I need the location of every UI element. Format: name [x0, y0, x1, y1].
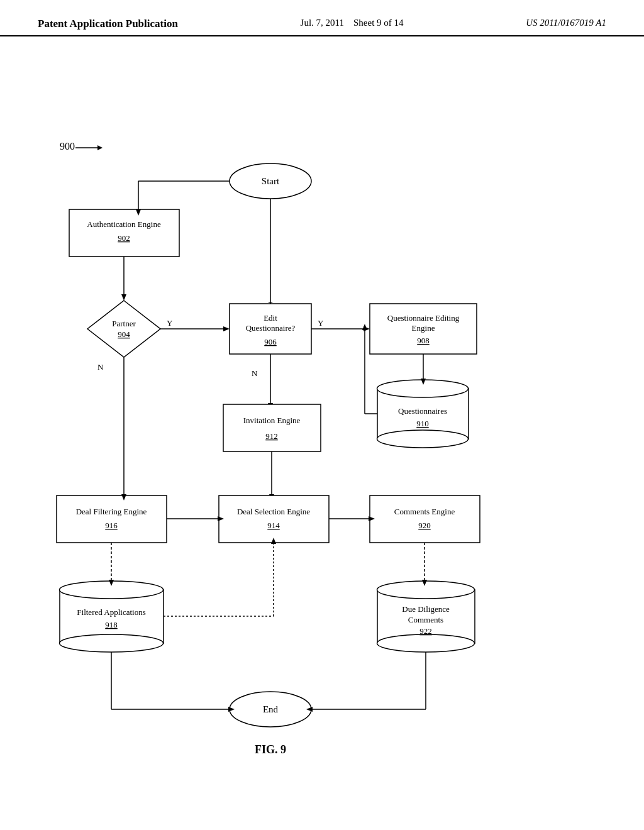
filtered-apps-label: Filtered Applications [77, 607, 145, 617]
deal-filtering-label: Deal Filtering Engine [76, 507, 147, 516]
svg-marker-28 [362, 324, 367, 330]
invitation-engine-ref: 912 [265, 431, 278, 441]
svg-marker-11 [223, 326, 230, 331]
q-editing-engine-label: Questionnaire Editing [387, 313, 460, 323]
partner-y-label: Y [167, 318, 173, 328]
page-header: Patent Application Publication Jul. 7, 2… [0, 0, 644, 36]
svg-rect-32 [57, 495, 167, 543]
svg-rect-38 [370, 495, 480, 543]
auth-engine-label: Authentication Engine [87, 219, 161, 229]
due-diligence-label2: Comments [408, 615, 443, 624]
svg-rect-29 [223, 404, 321, 451]
publication-label: Patent Application Publication [38, 18, 178, 30]
edit-q-ref: 906 [264, 337, 277, 346]
start-label: Start [262, 176, 280, 186]
due-diligence-ref: 922 [419, 626, 432, 636]
svg-rect-35 [219, 495, 329, 543]
svg-point-43 [60, 634, 164, 652]
partner-ref: 904 [118, 329, 130, 339]
date-sheet: Jul. 7, 2011 Sheet 9 of 14 [301, 18, 404, 28]
q-editing-engine-ref: 908 [417, 336, 430, 345]
flowchart-svg: 900 Start Authentication Engine 902 Part… [0, 43, 644, 772]
patent-number: US 2011/0167019 A1 [526, 18, 606, 28]
deal-selection-ref: 914 [267, 521, 280, 530]
q-editing-engine-label2: Engine [412, 323, 435, 333]
svg-point-23 [377, 430, 469, 448]
comments-engine-label: Comments Engine [394, 507, 455, 516]
edit-q-label2: Questionnaire? [246, 323, 296, 333]
svg-marker-9 [87, 301, 160, 357]
partner-n-label: N [97, 362, 104, 372]
due-diligence-label: Due Diligence [402, 604, 450, 614]
invitation-engine-label: Invitation Engine [243, 416, 301, 425]
end-label: End [263, 704, 279, 714]
diagram-area: 900 Start Authentication Engine 902 Part… [0, 43, 644, 772]
svg-point-50 [377, 581, 475, 599]
auth-engine-ref: 902 [118, 233, 130, 243]
svg-point-51 [377, 634, 475, 652]
deal-selection-label: Deal Selection Engine [237, 507, 310, 516]
questionnaires-label: Questionnaires [398, 406, 447, 416]
fig-caption: FIG. 9 [255, 743, 286, 756]
questionnaires-ref: 910 [416, 419, 429, 428]
filtered-apps-ref: 918 [105, 620, 118, 629]
diagram-ref-label: 900 [60, 141, 75, 152]
partner-label: Partner [112, 319, 136, 328]
svg-marker-1 [97, 145, 103, 150]
deal-filtering-ref: 916 [105, 521, 118, 530]
edit-q-label: Edit [264, 313, 277, 323]
edit-q-y-label: Y [318, 318, 324, 328]
svg-marker-8 [121, 294, 126, 301]
comments-engine-ref: 920 [418, 521, 431, 530]
edit-q-n-label: N [252, 368, 258, 378]
